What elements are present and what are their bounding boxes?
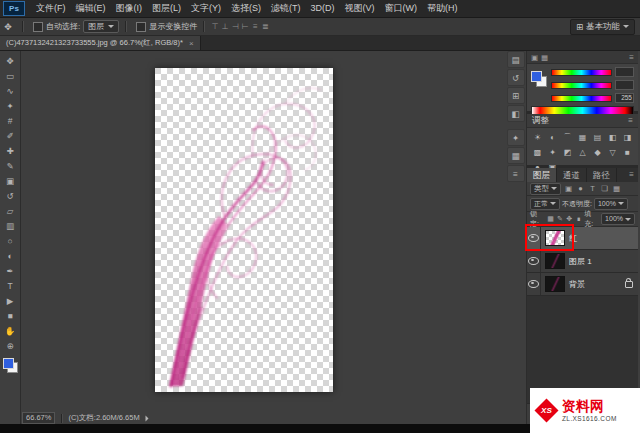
vibrance-adjustment-icon[interactable]: ▤ — [590, 130, 605, 145]
dodge-tool[interactable]: ◐ — [2, 248, 19, 263]
align-right-icon[interactable]: ⊢ — [240, 22, 250, 31]
invert-adjustment-icon[interactable]: ◆ — [590, 145, 605, 160]
canvas[interactable] — [155, 68, 333, 392]
posterize-adjustment-icon[interactable]: ▽ — [605, 145, 620, 160]
channels-panel-icon[interactable]: ▦ — [507, 147, 525, 164]
filter-smart-objects-icon[interactable]: ▦ — [612, 184, 621, 193]
blend-mode-dropdown[interactable]: 正常 — [530, 198, 560, 210]
auto-select-checkbox[interactable] — [33, 22, 43, 32]
color-slider-red[interactable] — [551, 69, 612, 76]
zoom-tool[interactable]: ⊕ — [2, 338, 19, 353]
color-value-blue[interactable]: 255 — [615, 93, 634, 103]
foreground-color-swatch[interactable] — [3, 358, 14, 369]
workspace-switcher[interactable]: ⊞ 基本功能 — [570, 19, 635, 35]
menu-file[interactable]: 文件(F) — [31, 0, 71, 17]
layer-row-background[interactable]: 背景 — [527, 273, 638, 296]
color-balance-adjustment-icon[interactable]: ◨ — [620, 130, 635, 145]
clone-stamp-tool[interactable]: ▣ — [2, 173, 19, 188]
menu-edit[interactable]: 编辑(E) — [71, 0, 111, 17]
opacity-dropdown[interactable]: 100% — [594, 198, 628, 210]
shape-tool[interactable]: ■ — [2, 308, 19, 323]
masks-panel-icon[interactable]: ◧ — [507, 105, 525, 122]
hue-saturation-adjustment-icon[interactable]: ◧ — [605, 130, 620, 145]
visibility-toggle[interactable] — [527, 273, 541, 295]
lock-transparency-icon[interactable]: ▦ — [547, 215, 554, 223]
layer-filter-dropdown[interactable]: 类型 — [530, 183, 561, 195]
eyedropper-tool[interactable]: ✐ — [2, 128, 19, 143]
close-icon[interactable]: × — [189, 39, 194, 48]
levels-adjustment-icon[interactable]: ◐ — [545, 130, 560, 145]
black-white-adjustment-icon[interactable]: ▩ — [530, 145, 545, 160]
color-value-red[interactable] — [615, 67, 634, 77]
lock-position-icon[interactable]: ✥ — [566, 215, 573, 223]
tab-layers[interactable]: 图层 — [527, 168, 557, 182]
history-panel-icon[interactable]: ↺ — [507, 69, 525, 86]
filter-shape-layers-icon[interactable]: ❏ — [600, 184, 609, 193]
move-tool[interactable]: ✥ — [2, 53, 19, 68]
filter-type-layers-icon[interactable]: T — [588, 184, 597, 193]
layer-name[interactable]: 图层 1 — [569, 256, 592, 267]
color-panel-tab-icon[interactable]: ▣ — [531, 53, 538, 62]
marquee-tool[interactable]: ▭ — [2, 68, 19, 83]
layer-thumbnail[interactable] — [545, 276, 565, 292]
menu-layer[interactable]: 图层(L) — [147, 0, 186, 17]
brush-tool[interactable]: ✎ — [2, 158, 19, 173]
properties-panel-icon[interactable]: ▤ — [507, 51, 525, 68]
styles-panel-icon[interactable]: ✦ — [507, 129, 525, 146]
exposure-adjustment-icon[interactable]: ▦ — [575, 130, 590, 145]
blur-tool[interactable]: ○ — [2, 233, 19, 248]
zoom-level[interactable]: 66.67% — [22, 412, 55, 424]
filter-adjustment-layers-icon[interactable]: ● — [576, 184, 585, 193]
menu-select[interactable]: 选择(S) — [226, 0, 266, 17]
threshold-adjustment-icon[interactable]: ■ — [620, 145, 635, 160]
layer-thumbnail[interactable] — [545, 253, 565, 269]
swatches-panel-tab-icon[interactable]: ▦ — [541, 53, 548, 62]
channel-mixer-adjustment-icon[interactable]: ◩ — [560, 145, 575, 160]
quick-selection-tool[interactable]: ✦ — [2, 98, 19, 113]
tab-paths[interactable]: 路径 — [587, 168, 617, 182]
foreground-background-swatches[interactable] — [3, 358, 18, 373]
healing-brush-tool[interactable]: ✚ — [2, 143, 19, 158]
layer-row-layer1[interactable]: 图层 1 — [527, 250, 638, 273]
path-selection-tool[interactable]: ▶ — [2, 293, 19, 308]
panel-menu-icon[interactable]: ≡ — [628, 116, 633, 125]
document-tab[interactable]: (C)4737132421323733555.jpg @ 66.7%(红, RG… — [0, 36, 201, 50]
fill-dropdown[interactable]: 100% — [601, 213, 635, 225]
visibility-toggle[interactable] — [527, 250, 541, 272]
color-slider-blue[interactable] — [551, 95, 612, 102]
eraser-tool[interactable]: ▱ — [2, 203, 19, 218]
lock-pixels-icon[interactable]: ✎ — [556, 215, 563, 223]
hand-tool[interactable]: ✋ — [2, 323, 19, 338]
menu-window[interactable]: 窗口(W) — [380, 0, 423, 17]
pen-tool[interactable]: ✒ — [2, 263, 19, 278]
history-brush-tool[interactable]: ↺ — [2, 188, 19, 203]
info-panel-icon[interactable]: ⊞ — [507, 87, 525, 104]
panel-menu-icon[interactable]: ≡ — [629, 168, 638, 182]
align-bottom-icon[interactable]: ⊥ — [220, 22, 230, 31]
layer-name[interactable]: 背景 — [569, 279, 585, 290]
show-transform-checkbox[interactable] — [136, 22, 146, 32]
color-slider-green[interactable] — [551, 82, 612, 89]
distribute-horizontal-icon[interactable]: ≣ — [260, 22, 270, 31]
menu-type[interactable]: 文字(Y) — [186, 0, 226, 17]
distribute-vertical-icon[interactable]: ≡ — [250, 22, 260, 31]
crop-tool[interactable]: # — [2, 113, 19, 128]
menu-view[interactable]: 视图(V) — [340, 0, 380, 17]
brightness-adjustment-icon[interactable]: ☀ — [530, 130, 545, 145]
color-value-green[interactable] — [615, 80, 634, 90]
menu-help[interactable]: 帮助(H) — [422, 0, 463, 17]
menu-image[interactable]: 图像(I) — [111, 0, 148, 17]
panel-menu-icon[interactable]: ≡ — [629, 53, 634, 62]
align-left-icon[interactable]: ⊣ — [230, 22, 240, 31]
status-options-icon[interactable] — [145, 415, 148, 421]
tab-channels[interactable]: 通道 — [557, 168, 587, 182]
color-lookup-adjustment-icon[interactable]: △ — [575, 145, 590, 160]
gradient-tool[interactable]: ▥ — [2, 218, 19, 233]
auto-select-dropdown[interactable]: 图层 — [83, 20, 119, 33]
panel-color-swatches[interactable] — [531, 71, 547, 87]
filter-pixel-layers-icon[interactable]: ▣ — [564, 184, 573, 193]
menu-3d[interactable]: 3D(D) — [306, 0, 340, 17]
curves-adjustment-icon[interactable]: ⌒ — [560, 130, 575, 145]
foreground-color-swatch[interactable] — [531, 71, 542, 82]
menu-filter[interactable]: 滤镜(T) — [266, 0, 306, 17]
